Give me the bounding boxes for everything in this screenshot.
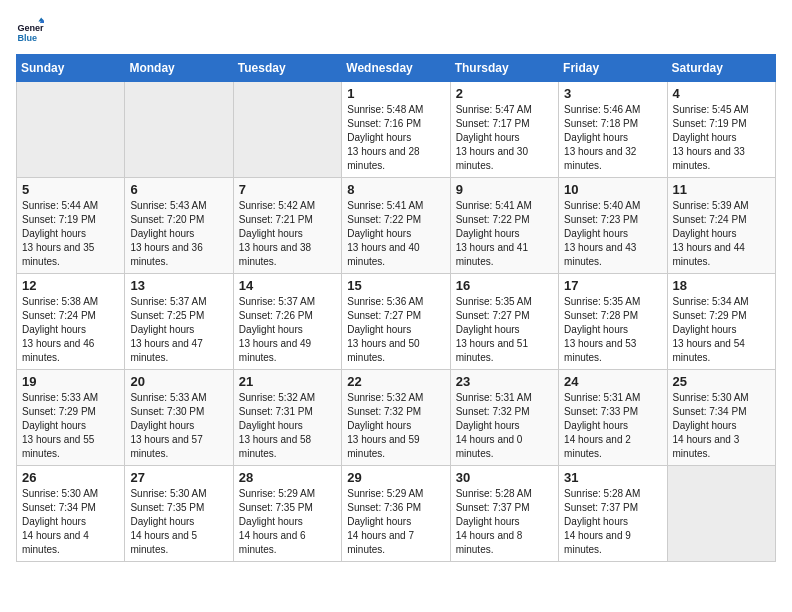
- daylight-value: 13 hours and 28 minutes.: [347, 146, 419, 171]
- sunrise-label: Sunrise: 5:33 AM: [130, 392, 206, 403]
- day-info: Sunrise: 5:32 AM Sunset: 7:32 PM Dayligh…: [347, 391, 444, 461]
- col-header-tuesday: Tuesday: [233, 55, 341, 82]
- day-number: 26: [22, 470, 119, 485]
- day-number: 3: [564, 86, 661, 101]
- week-row-2: 5 Sunrise: 5:44 AM Sunset: 7:19 PM Dayli…: [17, 178, 776, 274]
- sunrise-label: Sunrise: 5:31 AM: [564, 392, 640, 403]
- day-info: Sunrise: 5:30 AM Sunset: 7:34 PM Dayligh…: [22, 487, 119, 557]
- calendar-cell: 11 Sunrise: 5:39 AM Sunset: 7:24 PM Dayl…: [667, 178, 775, 274]
- daylight-value: 13 hours and 30 minutes.: [456, 146, 528, 171]
- daylight-label: Daylight hours: [130, 228, 194, 239]
- sunset-label: Sunset: 7:19 PM: [673, 118, 747, 129]
- calendar-cell: [667, 466, 775, 562]
- calendar-cell: 1 Sunrise: 5:48 AM Sunset: 7:16 PM Dayli…: [342, 82, 450, 178]
- calendar-cell: 4 Sunrise: 5:45 AM Sunset: 7:19 PM Dayli…: [667, 82, 775, 178]
- sunset-label: Sunset: 7:31 PM: [239, 406, 313, 417]
- day-info: Sunrise: 5:42 AM Sunset: 7:21 PM Dayligh…: [239, 199, 336, 269]
- day-number: 13: [130, 278, 227, 293]
- daylight-label: Daylight hours: [347, 324, 411, 335]
- sunset-label: Sunset: 7:30 PM: [130, 406, 204, 417]
- calendar-cell: 24 Sunrise: 5:31 AM Sunset: 7:33 PM Dayl…: [559, 370, 667, 466]
- day-number: 28: [239, 470, 336, 485]
- sunset-label: Sunset: 7:29 PM: [22, 406, 96, 417]
- daylight-label: Daylight hours: [347, 420, 411, 431]
- daylight-value: 13 hours and 57 minutes.: [130, 434, 202, 459]
- logo-icon: General Blue: [16, 16, 44, 44]
- daylight-value: 13 hours and 59 minutes.: [347, 434, 419, 459]
- calendar-cell: 14 Sunrise: 5:37 AM Sunset: 7:26 PM Dayl…: [233, 274, 341, 370]
- day-info: Sunrise: 5:29 AM Sunset: 7:36 PM Dayligh…: [347, 487, 444, 557]
- calendar-cell: [233, 82, 341, 178]
- sunrise-label: Sunrise: 5:45 AM: [673, 104, 749, 115]
- sunrise-label: Sunrise: 5:35 AM: [456, 296, 532, 307]
- calendar-cell: 22 Sunrise: 5:32 AM Sunset: 7:32 PM Dayl…: [342, 370, 450, 466]
- calendar-cell: 12 Sunrise: 5:38 AM Sunset: 7:24 PM Dayl…: [17, 274, 125, 370]
- daylight-value: 13 hours and 51 minutes.: [456, 338, 528, 363]
- calendar-cell: 7 Sunrise: 5:42 AM Sunset: 7:21 PM Dayli…: [233, 178, 341, 274]
- sunset-label: Sunset: 7:17 PM: [456, 118, 530, 129]
- sunrise-label: Sunrise: 5:32 AM: [347, 392, 423, 403]
- sunrise-label: Sunrise: 5:42 AM: [239, 200, 315, 211]
- daylight-value: 14 hours and 7 minutes.: [347, 530, 414, 555]
- sunrise-label: Sunrise: 5:38 AM: [22, 296, 98, 307]
- sunrise-label: Sunrise: 5:33 AM: [22, 392, 98, 403]
- daylight-label: Daylight hours: [456, 420, 520, 431]
- sunrise-label: Sunrise: 5:48 AM: [347, 104, 423, 115]
- day-info: Sunrise: 5:46 AM Sunset: 7:18 PM Dayligh…: [564, 103, 661, 173]
- day-info: Sunrise: 5:28 AM Sunset: 7:37 PM Dayligh…: [456, 487, 553, 557]
- sunrise-label: Sunrise: 5:31 AM: [456, 392, 532, 403]
- sunrise-label: Sunrise: 5:39 AM: [673, 200, 749, 211]
- daylight-label: Daylight hours: [239, 516, 303, 527]
- day-info: Sunrise: 5:47 AM Sunset: 7:17 PM Dayligh…: [456, 103, 553, 173]
- sunset-label: Sunset: 7:34 PM: [673, 406, 747, 417]
- day-info: Sunrise: 5:35 AM Sunset: 7:27 PM Dayligh…: [456, 295, 553, 365]
- week-row-3: 12 Sunrise: 5:38 AM Sunset: 7:24 PM Dayl…: [17, 274, 776, 370]
- daylight-label: Daylight hours: [347, 516, 411, 527]
- daylight-value: 14 hours and 6 minutes.: [239, 530, 306, 555]
- page-header: General Blue: [16, 16, 776, 44]
- day-info: Sunrise: 5:33 AM Sunset: 7:30 PM Dayligh…: [130, 391, 227, 461]
- sunrise-label: Sunrise: 5:30 AM: [22, 488, 98, 499]
- logo: General Blue: [16, 16, 50, 44]
- day-number: 31: [564, 470, 661, 485]
- calendar-cell: 15 Sunrise: 5:36 AM Sunset: 7:27 PM Dayl…: [342, 274, 450, 370]
- calendar-cell: 6 Sunrise: 5:43 AM Sunset: 7:20 PM Dayli…: [125, 178, 233, 274]
- daylight-value: 13 hours and 40 minutes.: [347, 242, 419, 267]
- daylight-label: Daylight hours: [673, 420, 737, 431]
- sunset-label: Sunset: 7:25 PM: [130, 310, 204, 321]
- day-info: Sunrise: 5:39 AM Sunset: 7:24 PM Dayligh…: [673, 199, 770, 269]
- day-number: 21: [239, 374, 336, 389]
- day-number: 4: [673, 86, 770, 101]
- day-number: 16: [456, 278, 553, 293]
- day-info: Sunrise: 5:32 AM Sunset: 7:31 PM Dayligh…: [239, 391, 336, 461]
- col-header-sunday: Sunday: [17, 55, 125, 82]
- calendar-table: SundayMondayTuesdayWednesdayThursdayFrid…: [16, 54, 776, 562]
- sunrise-label: Sunrise: 5:46 AM: [564, 104, 640, 115]
- day-number: 29: [347, 470, 444, 485]
- day-info: Sunrise: 5:31 AM Sunset: 7:32 PM Dayligh…: [456, 391, 553, 461]
- calendar-cell: 10 Sunrise: 5:40 AM Sunset: 7:23 PM Dayl…: [559, 178, 667, 274]
- day-info: Sunrise: 5:44 AM Sunset: 7:19 PM Dayligh…: [22, 199, 119, 269]
- day-info: Sunrise: 5:41 AM Sunset: 7:22 PM Dayligh…: [347, 199, 444, 269]
- calendar-cell: 2 Sunrise: 5:47 AM Sunset: 7:17 PM Dayli…: [450, 82, 558, 178]
- calendar-cell: 3 Sunrise: 5:46 AM Sunset: 7:18 PM Dayli…: [559, 82, 667, 178]
- sunset-label: Sunset: 7:24 PM: [673, 214, 747, 225]
- day-number: 30: [456, 470, 553, 485]
- day-number: 1: [347, 86, 444, 101]
- calendar-cell: 9 Sunrise: 5:41 AM Sunset: 7:22 PM Dayli…: [450, 178, 558, 274]
- day-number: 19: [22, 374, 119, 389]
- calendar-cell: [125, 82, 233, 178]
- daylight-value: 13 hours and 41 minutes.: [456, 242, 528, 267]
- day-number: 12: [22, 278, 119, 293]
- sunrise-label: Sunrise: 5:41 AM: [347, 200, 423, 211]
- sunset-label: Sunset: 7:26 PM: [239, 310, 313, 321]
- daylight-label: Daylight hours: [22, 228, 86, 239]
- daylight-value: 13 hours and 55 minutes.: [22, 434, 94, 459]
- daylight-label: Daylight hours: [673, 228, 737, 239]
- sunrise-label: Sunrise: 5:29 AM: [239, 488, 315, 499]
- daylight-value: 13 hours and 50 minutes.: [347, 338, 419, 363]
- daylight-label: Daylight hours: [673, 324, 737, 335]
- col-header-saturday: Saturday: [667, 55, 775, 82]
- daylight-value: 14 hours and 8 minutes.: [456, 530, 523, 555]
- sunrise-label: Sunrise: 5:30 AM: [130, 488, 206, 499]
